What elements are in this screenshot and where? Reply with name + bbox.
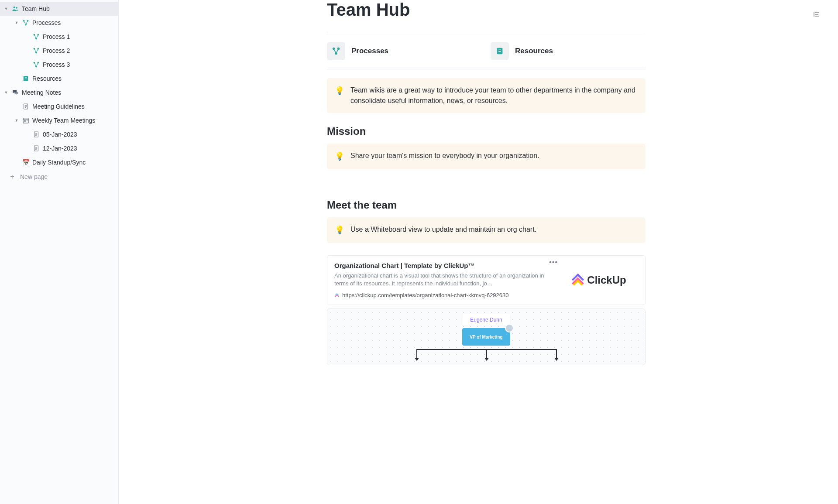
sidebar-item-label: Meeting Notes bbox=[22, 89, 115, 96]
svg-point-9 bbox=[38, 48, 39, 50]
svg-point-4 bbox=[25, 24, 27, 26]
calendar-grid-icon bbox=[22, 117, 30, 124]
bookmark-preview: ClickUp bbox=[560, 262, 638, 298]
plus-icon: + bbox=[9, 173, 16, 181]
sidebar-item-process-2[interactable]: Process 2 bbox=[0, 44, 118, 58]
svg-point-0 bbox=[14, 7, 16, 9]
chevron-down-icon[interactable]: ▼ bbox=[14, 21, 19, 25]
doc-icon bbox=[22, 103, 30, 110]
chevron-down-icon[interactable]: ▼ bbox=[3, 7, 9, 11]
doc-icon bbox=[32, 130, 40, 138]
svg-point-13 bbox=[35, 66, 37, 68]
chat-icon bbox=[11, 89, 19, 96]
bulb-icon: 💡 bbox=[335, 224, 344, 236]
svg-point-11 bbox=[34, 62, 35, 64]
main-content: Team Hub Processes Resources 💡 Team wiki… bbox=[119, 0, 838, 504]
new-page-label: New page bbox=[20, 173, 48, 180]
sidebar-item-team-hub[interactable]: ▼Team Hub bbox=[0, 2, 118, 16]
callout-intro: 💡 Team wikis are a great way to introduc… bbox=[327, 78, 646, 113]
sidebar-item-weekly-team-meetings[interactable]: ▼Weekly Team Meetings bbox=[0, 113, 118, 127]
sidebar-item-label: Process 2 bbox=[43, 47, 115, 54]
sidebar-item-daily-standup-sync[interactable]: 📅Daily Standup/Sync bbox=[0, 155, 118, 169]
calendar-day-icon: 📅 bbox=[22, 159, 30, 166]
callout-meet: 💡 Use a Whiteboard view to update and ma… bbox=[327, 217, 646, 243]
clickup-brand-label: ClickUp bbox=[587, 274, 626, 286]
sidebar-item-meeting-guidelines[interactable]: Meeting Guidelines bbox=[0, 99, 118, 113]
sidebar-item-label: Processes bbox=[32, 19, 115, 26]
card-resources[interactable]: Resources bbox=[491, 42, 646, 60]
bookmark-url: https://clickup.com/templates/organizati… bbox=[334, 292, 553, 298]
svg-point-10 bbox=[35, 52, 37, 54]
bookmark-title: Organizational Chart | Template by Click… bbox=[334, 262, 553, 269]
sidebar-item-label: Resources bbox=[32, 75, 115, 82]
flow-icon bbox=[32, 47, 40, 55]
callout-mission-text: Share your team's mission to everybody i… bbox=[350, 151, 539, 162]
more-icon[interactable]: ••• bbox=[549, 258, 558, 266]
svg-point-8 bbox=[34, 48, 35, 50]
divider bbox=[327, 69, 646, 69]
sidebar-item-label: Team Hub bbox=[22, 5, 115, 12]
new-page-button[interactable]: + New page bbox=[0, 169, 118, 184]
clickup-favicon-icon bbox=[334, 293, 340, 298]
svg-rect-27 bbox=[25, 121, 26, 122]
section-mission-heading: Mission bbox=[327, 125, 646, 137]
people-icon bbox=[11, 5, 19, 13]
sidebar: ▼Team Hub▼ProcessesProcess 1Process 2Pro… bbox=[0, 0, 119, 504]
sidebar-item-label: 05-Jan-2023 bbox=[43, 131, 115, 138]
svg-rect-24 bbox=[25, 120, 26, 121]
callout-meet-text: Use a Whiteboard view to update and main… bbox=[350, 224, 536, 236]
sidebar-item-label: 12-Jan-2023 bbox=[43, 145, 115, 152]
flow-icon bbox=[327, 42, 345, 60]
svg-rect-14 bbox=[24, 76, 28, 81]
flow-icon bbox=[22, 19, 30, 27]
chevron-down-icon[interactable]: ▼ bbox=[14, 118, 19, 123]
flow-icon bbox=[32, 61, 40, 69]
bulb-icon: 💡 bbox=[335, 151, 344, 162]
svg-point-12 bbox=[38, 62, 39, 64]
sidebar-item-resources[interactable]: Resources bbox=[0, 72, 118, 86]
avatar bbox=[505, 324, 514, 333]
callout-intro-text: Team wikis are a great way to introduce … bbox=[350, 85, 638, 106]
bookmark-card[interactable]: ••• Organizational Chart | Template by C… bbox=[327, 255, 646, 305]
svg-rect-43 bbox=[497, 48, 503, 55]
org-role-card: VP of Marketing bbox=[462, 328, 510, 346]
doc-icon bbox=[32, 144, 40, 152]
svg-rect-25 bbox=[27, 120, 27, 121]
sidebar-item-label: Process 3 bbox=[43, 61, 115, 68]
svg-point-7 bbox=[35, 38, 37, 40]
svg-point-3 bbox=[27, 20, 29, 22]
card-processes[interactable]: Processes bbox=[327, 42, 482, 60]
svg-point-2 bbox=[23, 20, 25, 22]
org-name-card: Eugene Dunn bbox=[462, 314, 510, 326]
sidebar-item-process-3[interactable]: Process 3 bbox=[0, 58, 118, 72]
clickup-logo-icon bbox=[571, 274, 584, 287]
svg-point-1 bbox=[16, 7, 17, 9]
sidebar-item-meeting-notes[interactable]: ▼Meeting Notes bbox=[0, 86, 118, 99]
flow-icon bbox=[32, 33, 40, 41]
svg-point-5 bbox=[34, 34, 35, 36]
toc-icon[interactable] bbox=[813, 10, 821, 20]
svg-point-6 bbox=[38, 34, 39, 36]
sidebar-item-processes[interactable]: ▼Processes bbox=[0, 16, 118, 30]
sidebar-item-12-jan-2023[interactable]: 12-Jan-2023 bbox=[0, 141, 118, 155]
link-cards: Processes Resources bbox=[327, 42, 646, 60]
callout-mission: 💡 Share your team's mission to everybody… bbox=[327, 144, 646, 169]
card-processes-label: Processes bbox=[351, 47, 388, 55]
book-icon bbox=[22, 75, 30, 82]
svg-rect-26 bbox=[24, 121, 25, 122]
whiteboard-preview[interactable]: Eugene Dunn VP of Marketing bbox=[327, 309, 646, 365]
page-title: Team Hub bbox=[327, 0, 646, 20]
bookmark-desc: An organizational chart is a visual tool… bbox=[334, 272, 553, 288]
sidebar-item-process-1[interactable]: Process 1 bbox=[0, 30, 118, 44]
sidebar-item-label: Process 1 bbox=[43, 33, 115, 40]
section-meet-heading: Meet the team bbox=[327, 199, 646, 211]
sidebar-item-label: Daily Standup/Sync bbox=[32, 159, 115, 166]
divider bbox=[327, 33, 646, 33]
card-resources-label: Resources bbox=[515, 47, 553, 55]
bulb-icon: 💡 bbox=[335, 85, 344, 106]
book-icon bbox=[491, 42, 509, 60]
sidebar-item-label: Weekly Team Meetings bbox=[32, 117, 115, 124]
sidebar-item-05-jan-2023[interactable]: 05-Jan-2023 bbox=[0, 127, 118, 141]
svg-rect-23 bbox=[24, 120, 25, 121]
chevron-down-icon[interactable]: ▼ bbox=[3, 90, 9, 95]
